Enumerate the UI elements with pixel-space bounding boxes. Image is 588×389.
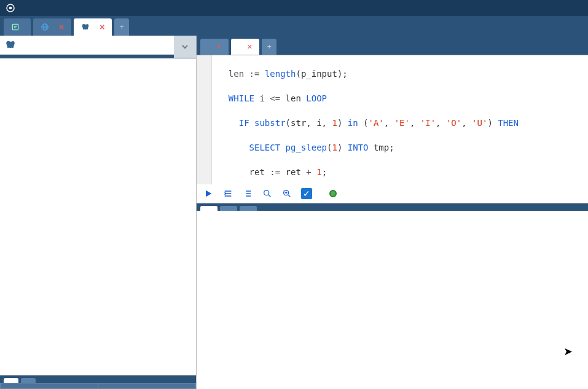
result-tab-data[interactable] <box>200 206 218 211</box>
add-tab-button[interactable]: + <box>262 39 276 55</box>
svg-point-5 <box>264 191 269 195</box>
result-output <box>197 211 588 389</box>
list-icon[interactable] <box>242 188 253 199</box>
close-icon[interactable]: × <box>216 42 221 52</box>
properties-table <box>0 383 196 389</box>
app-logo <box>5 2 20 14</box>
col-value <box>98 383 196 389</box>
add-tab-button[interactable]: + <box>114 18 129 36</box>
logo-icon <box>5 2 16 14</box>
properties-section <box>0 375 196 389</box>
play-icon[interactable] <box>203 188 214 199</box>
result-tab-explain[interactable] <box>240 206 257 211</box>
object-tree[interactable] <box>0 58 196 375</box>
tab-snippets[interactable] <box>4 18 31 36</box>
tab-create-function[interactable]: × <box>231 39 259 55</box>
search-icon[interactable] <box>262 188 273 199</box>
result-toolbar: ✓ <box>197 184 588 203</box>
code-editor[interactable]: len := length(p_input); WHILE i <= len L… <box>197 55 588 184</box>
col-property <box>1 383 98 389</box>
elephant-icon <box>81 23 90 31</box>
editor-tabbar: × × + <box>197 36 588 55</box>
app-header <box>0 0 588 16</box>
svg-point-1 <box>9 7 12 10</box>
line-gutter <box>197 55 212 184</box>
connection-tabbar: × × + <box>0 16 588 36</box>
tab-dellstore[interactable]: × <box>74 18 112 36</box>
tab-properties[interactable] <box>4 378 18 383</box>
indent-icon[interactable] <box>222 188 233 199</box>
right-panel: × × + len := length(p_input); WHILE i <=… <box>197 36 588 389</box>
tab-ddl[interactable] <box>21 378 36 383</box>
zoom-in-icon[interactable] <box>281 188 292 199</box>
close-icon[interactable]: × <box>59 22 64 32</box>
elephant-icon <box>5 39 16 50</box>
code-body[interactable]: len := length(p_input); WHILE i <= len L… <box>212 55 588 184</box>
idle-indicator-icon <box>329 190 337 197</box>
tab-version[interactable]: × <box>33 18 71 36</box>
autocommit-checkbox[interactable]: ✓ <box>301 188 312 199</box>
svg-rect-2 <box>12 24 18 29</box>
result-tab-messages[interactable] <box>220 206 237 211</box>
left-panel <box>0 36 197 389</box>
result-tabs <box>197 203 588 211</box>
tab-query[interactable]: × <box>200 39 229 55</box>
close-icon[interactable]: × <box>247 42 252 52</box>
close-icon[interactable]: × <box>100 22 104 32</box>
chevron-down-icon[interactable] <box>174 36 196 58</box>
globe-icon <box>41 23 49 31</box>
snippets-icon <box>11 23 20 31</box>
connection-info <box>0 36 196 55</box>
